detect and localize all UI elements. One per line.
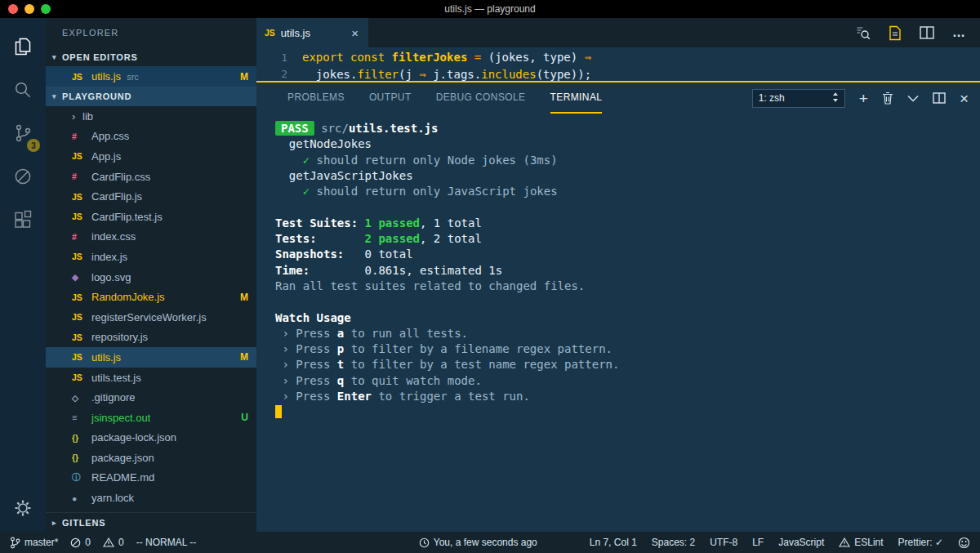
settings-gear-icon[interactable] — [12, 497, 33, 522]
file-row-CardFlip.css[interactable]: #CardFlip.css — [46, 167, 256, 187]
status-feedback-smiley[interactable] — [958, 537, 970, 549]
code-editor[interactable]: 1export const filterJokes = (jokes, type… — [256, 47, 980, 81]
vscode-window: utils.js — playground 3 — [0, 0, 980, 553]
terminal-shell-select[interactable]: 1: zsh — [752, 89, 845, 108]
status-gitlens-blame[interactable]: You, a few seconds ago — [419, 537, 537, 548]
file-name: index.js — [91, 251, 127, 263]
file-name: lib — [82, 110, 93, 123]
sidebar-title: EXPLORER — [46, 18, 256, 47]
playground-section-header[interactable]: ▾ PLAYGROUND — [46, 87, 256, 106]
file-row-package.json[interactable]: {}package.json — [46, 448, 256, 468]
activity-search[interactable] — [0, 69, 46, 113]
terminal-output[interactable]: PASS src/utils.test.js getNodeJokes ✓ sh… — [256, 114, 980, 532]
status-eol[interactable]: LF — [752, 537, 764, 548]
terminal-line: Watch Usage — [275, 310, 980, 326]
status-encoding[interactable]: UTF-8 — [710, 537, 737, 548]
status-vim-mode[interactable]: -- NORMAL -- — [136, 537, 197, 548]
file-row-index.css[interactable]: #index.css — [46, 227, 256, 248]
activity-explorer[interactable] — [0, 26, 46, 69]
file-row-yarn.lock[interactable]: ●yarn.lock — [46, 488, 256, 508]
status-language-mode[interactable]: JavaScript — [778, 537, 824, 548]
status-text: Prettier: ✓ — [898, 537, 943, 548]
js-file-icon: JS — [72, 151, 91, 161]
file-row-index.js[interactable]: JSindex.js — [46, 247, 256, 267]
git-status-badge: M — [240, 292, 248, 303]
terminal-line: Test Suites: 1 passed, 1 total — [275, 216, 980, 231]
close-window-button[interactable] — [8, 4, 18, 14]
file-row-package-lock.json[interactable]: {}package-lock.json — [46, 428, 256, 448]
activity-extensions[interactable] — [0, 199, 46, 243]
file-row-registerServiceWorker.js[interactable]: JSregisterServiceWorker.js — [46, 307, 256, 328]
file-row-repository.js[interactable]: JSrepository.js — [46, 328, 256, 348]
search-editor-icon[interactable] — [855, 25, 871, 41]
explorer-sidebar: EXPLORER ▾ OPEN EDITORS JSutils.jssrcM ▾… — [46, 18, 256, 532]
out-file-icon: ≡ — [72, 413, 91, 422]
file-row-.gitignore[interactable]: ◇.gitignore — [46, 387, 256, 408]
tab-utils-js[interactable]: JS utils.js × — [256, 18, 368, 47]
code-text: jokes.filter(j ⇒ j.tags.includes(type)); — [302, 68, 591, 81]
kill-terminal-icon[interactable] — [882, 91, 893, 105]
json-file-icon: {} — [72, 433, 91, 443]
js-file-icon: JS — [72, 352, 91, 362]
svg-file-icon: ◆ — [72, 272, 91, 282]
file-name: registerServiceWorker.js — [91, 311, 207, 323]
activity-source-control[interactable]: 3 — [0, 113, 46, 156]
editor-actions: … — [855, 18, 980, 47]
status-warnings[interactable]: 0 — [103, 537, 124, 548]
status-eslint[interactable]: ESLint — [839, 537, 883, 548]
terminal-line: › Press a to run all tests. — [275, 326, 980, 341]
panel-tab-problems[interactable]: PROBLEMS — [287, 83, 345, 114]
code-text: export const filterJokes = (jokes, type)… — [302, 51, 591, 64]
close-panel-icon[interactable]: × — [960, 91, 969, 106]
status-prettier[interactable]: Prettier: ✓ — [898, 537, 943, 548]
status-cursor-position[interactable]: Ln 7, Col 1 — [590, 537, 637, 548]
traffic-lights — [8, 4, 51, 14]
activity-debug[interactable] — [0, 156, 46, 199]
file-row-lib[interactable]: ›lib — [46, 106, 256, 127]
terminal-line: › Press t to filter by a test name regex… — [275, 357, 980, 372]
status-text: Spaces: 2 — [652, 537, 695, 548]
split-terminal-icon[interactable] — [933, 92, 946, 104]
more-actions-icon[interactable]: … — [952, 25, 965, 40]
file-row-utils.test.js[interactable]: JSutils.test.js — [46, 368, 256, 388]
open-changes-icon[interactable] — [889, 25, 902, 41]
maximize-panel-chevron-icon[interactable] — [907, 95, 919, 102]
terminal-line: Ran all test suites related to changed f… — [275, 279, 980, 294]
file-row-README.md[interactable]: ⓘREADME.md — [46, 468, 256, 488]
terminal-line — [275, 294, 980, 310]
file-row-App.css[interactable]: #App.css — [46, 127, 256, 147]
tab-close-icon[interactable]: × — [350, 26, 360, 40]
editor-tab-bar: JS utils.js × … — [256, 18, 980, 47]
open-editors-section-header[interactable]: ▾ OPEN EDITORS — [46, 47, 256, 66]
file-row-utils.js[interactable]: JSutils.jssrcM — [46, 66, 256, 87]
lock-file-icon: ● — [72, 493, 91, 503]
split-editor-icon[interactable] — [920, 26, 934, 39]
zoom-window-button[interactable] — [41, 4, 51, 14]
panel-tab-debug-console[interactable]: DEBUG CONSOLE — [436, 83, 526, 114]
file-row-CardFlip.js[interactable]: JSCardFlip.js — [46, 186, 256, 207]
panel-tab-output[interactable]: OUTPUT — [369, 83, 412, 114]
file-row-App.js[interactable]: JSApp.js — [46, 146, 256, 167]
file-name: App.css — [91, 130, 129, 142]
new-terminal-icon[interactable]: + — [859, 91, 868, 106]
file-row-RandomJoke.js[interactable]: JSRandomJoke.jsM — [46, 287, 256, 307]
panel-tab-terminal[interactable]: TERMINAL — [550, 83, 603, 114]
status-indentation[interactable]: Spaces: 2 — [652, 537, 695, 548]
terminal-line: ✓ should return only Node jokes (3ms) — [275, 153, 980, 168]
chevron-down-icon: ▾ — [52, 53, 62, 61]
terminal-line: getJavaScriptJokes — [275, 168, 980, 184]
file-row-CardFlip.test.js[interactable]: JSCardFlip.test.js — [46, 207, 256, 227]
gitlens-section-header[interactable]: ▸ GITLENS — [46, 512, 256, 532]
file-tree: ›lib#App.cssJSApp.js#CardFlip.cssJSCardF… — [46, 106, 256, 508]
status-git-branch[interactable]: master* — [10, 537, 58, 549]
file-row-utils.js[interactable]: JSutils.jsM — [46, 347, 256, 368]
file-row-jsinspect.out[interactable]: ≡jsinspect.outU — [46, 408, 256, 428]
status-errors[interactable]: 0 — [70, 537, 91, 548]
file-row-logo.svg[interactable]: ◆logo.svg — [46, 267, 256, 288]
status-bar-left: master*00-- NORMAL -- — [10, 537, 196, 549]
folder-chevron-icon: › — [72, 110, 82, 123]
minimize-window-button[interactable] — [24, 4, 34, 14]
js-file-icon: JS — [72, 332, 91, 342]
terminal-line: getNodeJokes — [275, 136, 980, 152]
shell-select-value: 1: zsh — [759, 92, 785, 104]
